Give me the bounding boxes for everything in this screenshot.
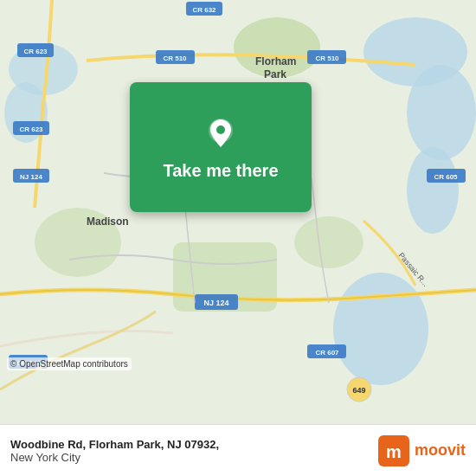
moovit-name: moovit [415, 441, 466, 460]
location-card[interactable]: Take me there [130, 82, 312, 212]
pin-icon [202, 114, 240, 152]
address-section: Woodbine Rd, Florham Park, NJ 07932, New… [10, 438, 219, 464]
svg-text:CR 607: CR 607 [315, 349, 339, 357]
svg-point-6 [333, 273, 428, 385]
svg-text:Park: Park [264, 68, 286, 80]
map-container: NJ 124 CR 510 CR 510 CR 623 CR 623 CR 63… [0, 0, 476, 424]
svg-text:CR 510: CR 510 [163, 55, 187, 62]
take-me-there-button[interactable]: Take me there [163, 161, 278, 181]
svg-text:CR 623: CR 623 [23, 48, 48, 55]
city-text: New York City [10, 451, 219, 464]
svg-text:CR 605: CR 605 [434, 173, 458, 181]
svg-text:CR 510: CR 510 [315, 55, 339, 62]
svg-text:NJ 124: NJ 124 [203, 299, 228, 307]
svg-text:Florham: Florham [255, 55, 296, 68]
svg-point-10 [294, 216, 363, 268]
svg-text:m: m [386, 442, 402, 461]
openstreetmap-credit: © OpenStreetMap contributors [7, 357, 132, 370]
bottom-bar: Woodbine Rd, Florham Park, NJ 07932, New… [0, 424, 476, 476]
address-text: Woodbine Rd, Florham Park, NJ 07932, [10, 438, 219, 451]
svg-text:CR 632: CR 632 [192, 6, 216, 14]
moovit-brand-icon: m [378, 435, 409, 466]
svg-text:649: 649 [352, 386, 365, 395]
svg-text:CR 623: CR 623 [19, 125, 43, 133]
svg-point-38 [216, 125, 225, 134]
moovit-logo[interactable]: m moovit [378, 435, 466, 466]
svg-point-3 [407, 147, 459, 234]
svg-text:Madison: Madison [87, 215, 129, 228]
svg-point-2 [407, 65, 476, 160]
svg-text:NJ 124: NJ 124 [20, 173, 42, 181]
